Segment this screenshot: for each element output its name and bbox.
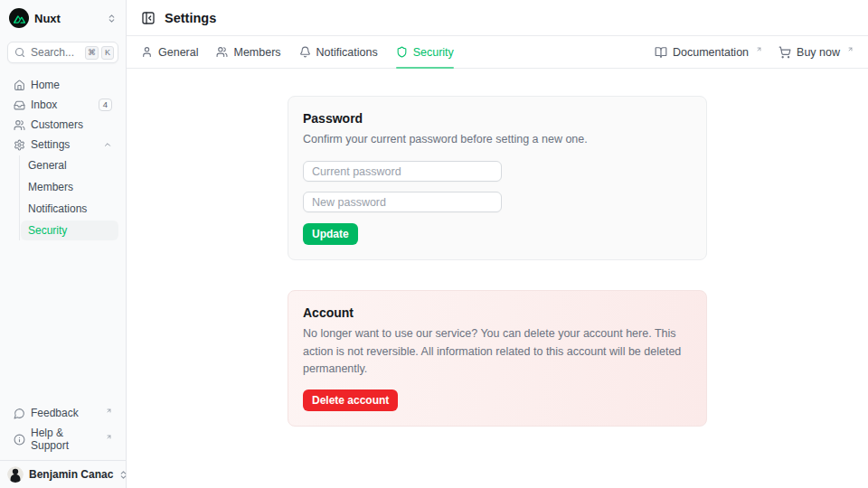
sidebar-nav: Home Inbox 4 Customers Settings: [7, 76, 118, 242]
book-icon: [655, 46, 667, 59]
user-name: Benjamin Canac: [29, 468, 113, 481]
shopping-cart-icon: [778, 46, 791, 59]
sidebar-item-customers[interactable]: Customers: [7, 116, 118, 134]
page-title: Settings: [165, 11, 216, 25]
delete-account-button[interactable]: Delete account: [303, 389, 398, 411]
new-password-field[interactable]: [303, 192, 502, 212]
feedback-link[interactable]: Feedback: [7, 404, 118, 422]
sidebar-item-members[interactable]: Members: [21, 177, 118, 197]
tabs: General Members Notifications: [141, 36, 454, 68]
external-link-icon: [106, 434, 112, 440]
sidebar-item-notifications[interactable]: Notifications: [21, 199, 118, 219]
user-menu[interactable]: Benjamin Canac: [0, 461, 126, 488]
tab-notifications[interactable]: Notifications: [299, 36, 378, 68]
footer-link-label: Help & Support: [31, 427, 99, 452]
users-icon: [14, 119, 25, 131]
user-icon: [141, 46, 153, 58]
collapse-sidebar-icon[interactable]: [141, 11, 156, 25]
gear-icon: [14, 139, 25, 151]
app-window: Nuxt Search... ⌘ K Home: [0, 0, 868, 488]
sidebar-footer: Feedback Help & Support: [7, 404, 118, 456]
sidebar-item-general[interactable]: General: [21, 155, 118, 175]
inbox-icon: [14, 99, 25, 111]
sidebar-item-label: Home: [31, 79, 112, 91]
sidebar-item-home[interactable]: Home: [7, 76, 118, 94]
help-support-link[interactable]: Help & Support: [7, 424, 118, 455]
message-bubble-icon: [14, 408, 25, 419]
nuxt-logo: [9, 8, 29, 28]
sidebar-item-label: General: [28, 159, 67, 172]
inbox-count-badge: 4: [99, 99, 112, 111]
sidebar-item-inbox[interactable]: Inbox 4: [7, 96, 118, 114]
sidebar-item-settings[interactable]: Settings: [7, 136, 118, 154]
home-icon: [14, 80, 25, 91]
sidebar-spacer: [0, 242, 126, 404]
kbd-k: K: [101, 46, 114, 60]
account-card: Account No longer want to use our servic…: [288, 290, 707, 426]
search-shortcut: ⌘ K: [85, 46, 114, 60]
action-label: Buy now: [797, 46, 840, 59]
tab-label: Security: [413, 46, 454, 59]
tab-label: General: [158, 46, 198, 59]
team-name: Nuxt: [34, 12, 101, 25]
sidebar-item-label: Inbox: [31, 99, 93, 111]
external-link-icon: [847, 46, 854, 52]
header-actions: Documentation Buy now: [655, 46, 854, 59]
update-password-button[interactable]: Update: [303, 223, 358, 245]
tab-security[interactable]: Security: [396, 36, 454, 68]
password-card-description: Confirm your current password before set…: [303, 131, 692, 148]
settings-submenu: General Members Notifications Security: [19, 155, 118, 240]
sidebar-item-security[interactable]: Security: [21, 221, 118, 240]
kbd-meta: ⌘: [85, 46, 99, 60]
current-password-field[interactable]: [303, 161, 502, 182]
tab-label: Members: [233, 46, 280, 59]
avatar: [7, 466, 24, 483]
bell-icon: [299, 46, 311, 58]
search-input[interactable]: Search... ⌘ K: [7, 42, 118, 63]
settings-column: Password Confirm your current password b…: [288, 96, 707, 427]
tab-general[interactable]: General: [141, 36, 198, 68]
chevrons-up-down-icon: [107, 14, 117, 23]
sidebar-item-label: Members: [28, 181, 73, 193]
password-card: Password Confirm your current password b…: [288, 96, 707, 260]
shield-icon: [396, 46, 408, 58]
sidebar-item-label: Customers: [31, 118, 112, 131]
footer-link-label: Feedback: [31, 407, 99, 419]
account-card-description: No longer want to use our service? You c…: [303, 325, 692, 378]
page-content: Password Confirm your current password b…: [127, 69, 868, 488]
info-circle-icon: [14, 434, 25, 446]
tab-bar: General Members Notifications: [127, 36, 868, 69]
users-icon: [216, 46, 228, 58]
sidebar-item-label: Notifications: [28, 202, 87, 215]
sidebar-item-label: Security: [28, 224, 67, 237]
sidebar-item-label: Settings: [31, 138, 98, 151]
search-icon: [14, 47, 25, 58]
page-header: Settings: [127, 0, 868, 36]
chevron-up-icon: [103, 140, 112, 149]
buy-now-link[interactable]: Buy now: [778, 46, 854, 59]
search-placeholder: Search...: [31, 46, 80, 59]
main-panel: Settings General Members: [127, 0, 868, 488]
documentation-link[interactable]: Documentation: [655, 46, 762, 59]
account-card-title: Account: [303, 305, 692, 320]
tab-members[interactable]: Members: [216, 36, 280, 68]
action-label: Documentation: [673, 46, 749, 59]
external-link-icon: [106, 408, 112, 414]
sidebar: Nuxt Search... ⌘ K Home: [0, 0, 127, 488]
external-link-icon: [756, 46, 762, 52]
team-switcher[interactable]: Nuxt: [7, 7, 118, 29]
tab-label: Notifications: [316, 46, 378, 59]
password-card-title: Password: [303, 111, 692, 126]
